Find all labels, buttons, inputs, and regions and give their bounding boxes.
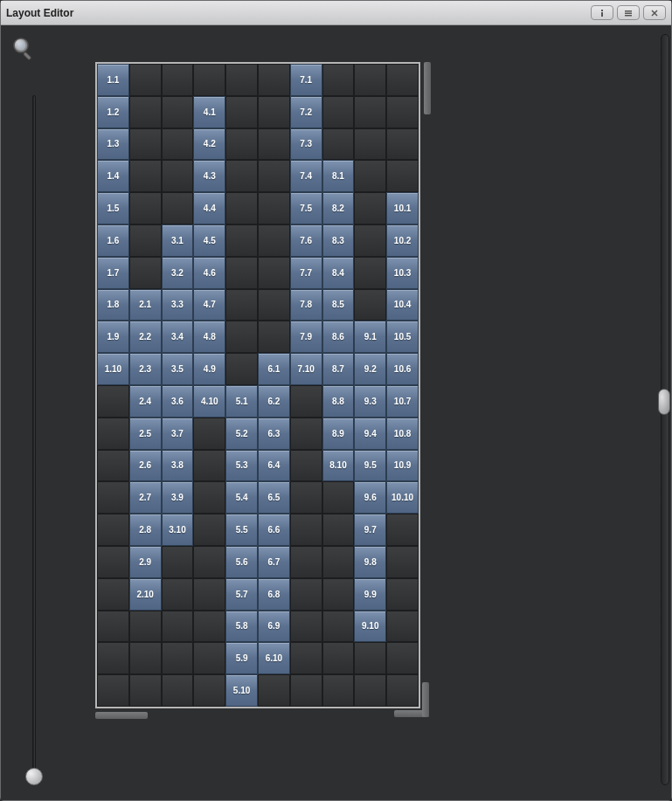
grid-cell-empty[interactable] xyxy=(322,514,355,546)
grid-cell-empty[interactable] xyxy=(225,128,258,161)
grid-cell-8.1[interactable]: 8.1 xyxy=(322,160,355,192)
grid-cell-empty[interactable] xyxy=(193,418,225,450)
grid-cell-1.6[interactable]: 1.6 xyxy=(97,224,129,257)
grid-cell-empty[interactable] xyxy=(354,64,386,96)
grid-cell-7.2[interactable]: 7.2 xyxy=(290,96,322,128)
grid-cell-10.2[interactable]: 10.2 xyxy=(386,224,419,257)
grid-cell-9.5[interactable]: 9.5 xyxy=(354,450,386,482)
grid-cell-empty[interactable] xyxy=(193,611,225,643)
grid-cell-empty[interactable] xyxy=(386,514,419,546)
vertical-scrollbar[interactable] xyxy=(661,34,669,785)
grid-cell-3.5[interactable]: 3.5 xyxy=(162,353,194,385)
grid-cell-empty[interactable] xyxy=(290,642,322,674)
grid-cell-9.9[interactable]: 9.9 xyxy=(354,578,386,611)
grid-cell-5.6[interactable]: 5.6 xyxy=(225,546,258,578)
canvas[interactable]: 1.17.11.24.17.21.34.27.31.44.37.48.11.54… xyxy=(95,62,420,708)
grid-cell-empty[interactable] xyxy=(322,64,355,96)
menu-button[interactable] xyxy=(617,5,640,20)
grid-cell-empty[interactable] xyxy=(97,642,129,674)
grid-cell-empty[interactable] xyxy=(97,481,129,514)
grid-cell-8.5[interactable]: 8.5 xyxy=(322,289,355,321)
grid-cell-7.10[interactable]: 7.10 xyxy=(290,353,322,385)
grid-cell-empty[interactable] xyxy=(225,257,258,289)
grid-cell-4.6[interactable]: 4.6 xyxy=(193,257,225,289)
grid-cell-empty[interactable] xyxy=(162,128,194,161)
grid-cell-empty[interactable] xyxy=(386,128,419,161)
grid-cell-10.6[interactable]: 10.6 xyxy=(386,353,419,385)
grid-cell-empty[interactable] xyxy=(162,611,194,643)
grid-cell-empty[interactable] xyxy=(354,674,386,707)
grid-cell-empty[interactable] xyxy=(129,257,162,289)
grid-cell-empty[interactable] xyxy=(129,611,162,643)
grid-cell-empty[interactable] xyxy=(322,674,355,707)
grid-cell-empty[interactable] xyxy=(386,160,419,192)
grid-cell-empty[interactable] xyxy=(290,385,322,418)
grid-cell-10.8[interactable]: 10.8 xyxy=(386,418,419,450)
grid-cell-empty[interactable] xyxy=(225,353,258,385)
grid-cell-8.8[interactable]: 8.8 xyxy=(322,385,355,418)
grid-cell-10.10[interactable]: 10.10 xyxy=(386,481,419,514)
grid-cell-empty[interactable] xyxy=(193,64,225,96)
layout-grid[interactable]: 1.17.11.24.17.21.34.27.31.44.37.48.11.54… xyxy=(97,64,419,707)
grid-cell-7.6[interactable]: 7.6 xyxy=(290,224,322,257)
grid-cell-4.2[interactable]: 4.2 xyxy=(193,128,225,161)
grid-cell-empty[interactable] xyxy=(322,128,355,161)
grid-cell-2.7[interactable]: 2.7 xyxy=(129,481,162,514)
grid-cell-empty[interactable] xyxy=(225,289,258,321)
grid-cell-empty[interactable] xyxy=(258,192,290,224)
grid-cell-empty[interactable] xyxy=(129,192,162,224)
grid-cell-2.5[interactable]: 2.5 xyxy=(129,418,162,450)
ruler-bottom-left[interactable] xyxy=(95,712,148,719)
grid-cell-6.2[interactable]: 6.2 xyxy=(258,385,290,418)
grid-cell-empty[interactable] xyxy=(322,481,355,514)
grid-cell-9.10[interactable]: 9.10 xyxy=(354,611,386,643)
grid-cell-empty[interactable] xyxy=(129,642,162,674)
grid-cell-empty[interactable] xyxy=(290,546,322,578)
grid-cell-empty[interactable] xyxy=(322,611,355,643)
grid-cell-7.4[interactable]: 7.4 xyxy=(290,160,322,192)
grid-cell-1.10[interactable]: 1.10 xyxy=(97,353,129,385)
grid-cell-5.4[interactable]: 5.4 xyxy=(225,481,258,514)
grid-cell-empty[interactable] xyxy=(162,192,194,224)
grid-cell-3.2[interactable]: 3.2 xyxy=(162,257,194,289)
grid-cell-1.8[interactable]: 1.8 xyxy=(97,289,129,321)
grid-cell-empty[interactable] xyxy=(290,418,322,450)
grid-cell-10.3[interactable]: 10.3 xyxy=(386,257,419,289)
grid-cell-2.9[interactable]: 2.9 xyxy=(129,546,162,578)
grid-cell-empty[interactable] xyxy=(162,96,194,128)
zoom-slider[interactable] xyxy=(25,95,43,777)
grid-cell-3.10[interactable]: 3.10 xyxy=(162,514,194,546)
grid-cell-empty[interactable] xyxy=(97,674,129,707)
grid-cell-empty[interactable] xyxy=(162,546,194,578)
grid-cell-6.8[interactable]: 6.8 xyxy=(258,578,290,611)
grid-cell-empty[interactable] xyxy=(386,64,419,96)
grid-cell-empty[interactable] xyxy=(354,642,386,674)
grid-cell-empty[interactable] xyxy=(322,642,355,674)
grid-cell-1.2[interactable]: 1.2 xyxy=(97,96,129,128)
grid-cell-10.1[interactable]: 10.1 xyxy=(386,192,419,224)
ruler-corner-v[interactable] xyxy=(422,682,429,717)
grid-cell-3.8[interactable]: 3.8 xyxy=(162,450,194,482)
grid-cell-empty[interactable] xyxy=(162,642,194,674)
grid-cell-empty[interactable] xyxy=(129,64,162,96)
grid-cell-empty[interactable] xyxy=(225,321,258,353)
grid-cell-5.2[interactable]: 5.2 xyxy=(225,418,258,450)
grid-cell-empty[interactable] xyxy=(290,611,322,643)
grid-cell-3.6[interactable]: 3.6 xyxy=(162,385,194,418)
grid-cell-2.1[interactable]: 2.1 xyxy=(129,289,162,321)
grid-cell-empty[interactable] xyxy=(129,224,162,257)
grid-cell-2.2[interactable]: 2.2 xyxy=(129,321,162,353)
grid-cell-6.5[interactable]: 6.5 xyxy=(258,481,290,514)
grid-cell-1.9[interactable]: 1.9 xyxy=(97,321,129,353)
grid-cell-4.4[interactable]: 4.4 xyxy=(193,192,225,224)
grid-cell-empty[interactable] xyxy=(129,160,162,192)
grid-cell-9.6[interactable]: 9.6 xyxy=(354,481,386,514)
grid-cell-7.9[interactable]: 7.9 xyxy=(290,321,322,353)
grid-cell-1.4[interactable]: 1.4 xyxy=(97,160,129,192)
grid-cell-empty[interactable] xyxy=(290,578,322,611)
titlebar[interactable]: Layout Editor xyxy=(1,1,671,25)
grid-cell-empty[interactable] xyxy=(258,674,290,707)
grid-cell-7.1[interactable]: 7.1 xyxy=(290,64,322,96)
grid-cell-empty[interactable] xyxy=(386,578,419,611)
grid-cell-empty[interactable] xyxy=(129,674,162,707)
